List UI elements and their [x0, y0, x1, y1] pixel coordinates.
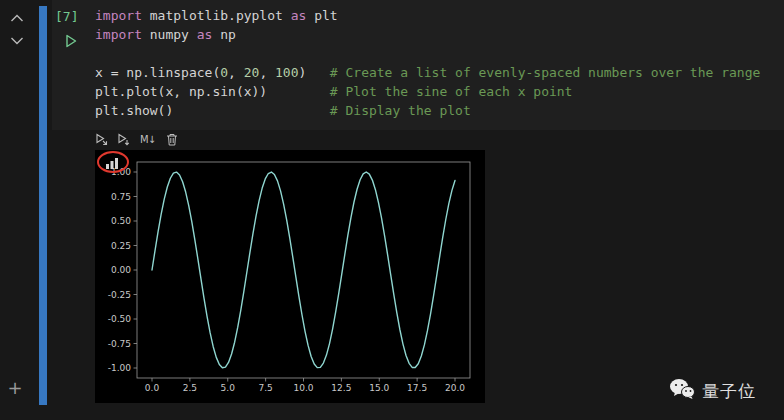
code-editor[interactable]: import matplotlib.pyplot as pltimport nu… [95, 6, 775, 120]
svg-text:17.5: 17.5 [407, 383, 427, 393]
svg-text:2.5: 2.5 [183, 383, 197, 393]
svg-text:20.0: 20.0 [445, 383, 465, 393]
code-line: plt.plot(x, np.sin(x)) # Plot the sine o… [95, 82, 775, 101]
run-by-line-icon[interactable] [94, 133, 108, 147]
code-line [95, 44, 775, 63]
svg-text:5.0: 5.0 [221, 383, 236, 393]
cell-focus-bar[interactable] [39, 6, 47, 405]
svg-text:15.0: 15.0 [369, 383, 389, 393]
svg-text:10.0: 10.0 [293, 383, 313, 393]
sine-plot: 0.02.55.07.510.012.515.017.520.0-1.00-0.… [95, 150, 485, 403]
svg-text:-1.00: -1.00 [108, 363, 132, 373]
cell-toolbar: M↓ [94, 131, 179, 148]
code-line: x = np.linspace(0, 20, 100) # Create a l… [95, 63, 775, 82]
notebook-cell-view: + [7] import matplotlib.pyplot as pltimp… [0, 0, 784, 420]
svg-text:0.50: 0.50 [111, 216, 131, 226]
convert-to-markdown-icon[interactable]: M↓ [138, 134, 157, 145]
run-cell-button[interactable] [64, 33, 78, 47]
code-line: import matplotlib.pyplot as plt [95, 6, 775, 25]
svg-text:-0.25: -0.25 [108, 290, 131, 300]
svg-text:-0.75: -0.75 [108, 339, 131, 349]
execution-count: [7] [55, 9, 78, 24]
add-cell-button[interactable]: + [6, 378, 24, 398]
output-mimetype-button[interactable] [97, 151, 129, 173]
chevron-up-icon[interactable] [10, 8, 26, 20]
cell-output-plot: 0.02.55.07.510.012.515.017.520.0-1.00-0.… [95, 150, 485, 403]
code-line: import numpy as np [95, 25, 775, 44]
svg-text:0.0: 0.0 [145, 383, 160, 393]
svg-text:-0.50: -0.50 [108, 314, 132, 324]
svg-text:0.25: 0.25 [111, 241, 131, 251]
red-circle-annotation [97, 151, 129, 173]
svg-text:12.5: 12.5 [331, 383, 351, 393]
watermark-text: 量子位 [702, 380, 756, 403]
svg-text:0.00: 0.00 [111, 265, 131, 275]
svg-text:7.5: 7.5 [258, 383, 272, 393]
watermark: 量子位 [669, 378, 756, 404]
chevron-down-icon[interactable] [10, 30, 26, 42]
svg-text:0.75: 0.75 [111, 192, 131, 202]
code-line: plt.show() # Display the plot [95, 101, 775, 120]
delete-cell-icon[interactable] [165, 133, 179, 147]
run-below-icon[interactable] [116, 133, 130, 147]
wechat-logo-icon [669, 378, 695, 404]
